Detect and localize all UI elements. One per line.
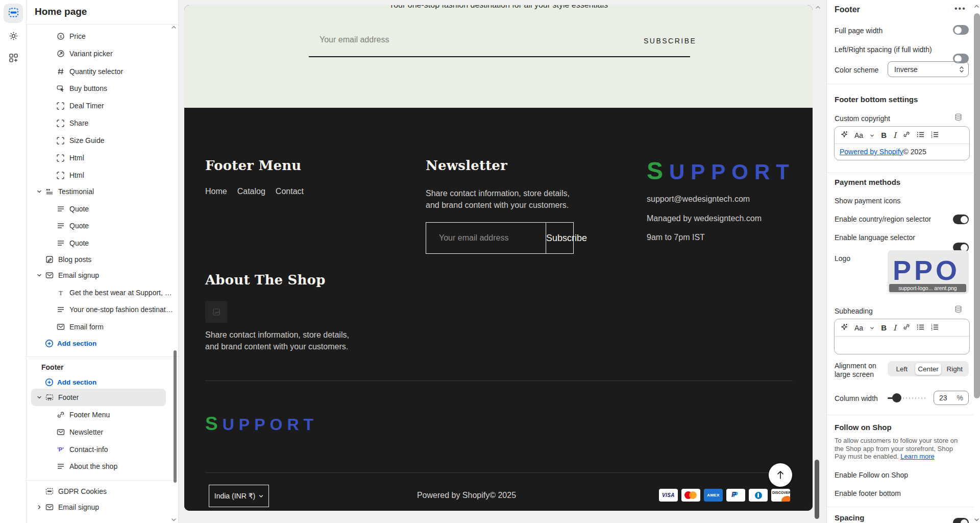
sidebar-item-email-form[interactable]: Email form <box>26 318 173 336</box>
sidebar-item-buy-buttons[interactable]: Buy buttons <box>26 80 173 97</box>
align-left-button[interactable]: Left <box>889 363 915 375</box>
panel-scroll-up-icon[interactable] <box>974 2 979 11</box>
sidebar-item-size-guide[interactable]: Size Guide <box>26 132 173 149</box>
panel-scroll-down-icon[interactable] <box>974 515 979 523</box>
more-options-button[interactable]: ••• <box>954 4 966 13</box>
link-icon[interactable] <box>903 131 910 140</box>
magic-icon[interactable] <box>841 131 848 140</box>
sidebar-item-footer-menu[interactable]: Footer Menu <box>26 406 173 423</box>
sidebar-item-subtext[interactable]: Your one-stop fashion destinati... <box>26 301 173 318</box>
sidebar-item-footer[interactable]: Footer <box>31 389 166 406</box>
text-style-button[interactable]: Aa <box>854 324 863 332</box>
add-section-button[interactable]: Add section <box>26 373 173 391</box>
sidebar-item-price[interactable]: $ Price <box>26 28 173 45</box>
footer-link-home[interactable]: Home <box>205 187 227 196</box>
sidebar-scrollbar-thumb[interactable] <box>174 350 177 483</box>
divider <box>827 415 973 415</box>
dynamic-source-icon[interactable] <box>954 113 962 123</box>
contact-email: support@wedesigntech.com <box>647 195 750 204</box>
sidebar-item-contact-info[interactable]: 'P' Contact-info <box>26 441 173 458</box>
powered-by-shopify-link[interactable]: Powered by Shopify <box>840 148 903 156</box>
bold-button[interactable]: B <box>881 323 887 332</box>
sidebar-item-label: Quantity selector <box>69 67 123 76</box>
sections-tab-button[interactable] <box>4 4 23 23</box>
bullet-list-icon[interactable] <box>917 323 924 332</box>
sidebar-item-quantity-selector[interactable]: Quantity selector <box>26 63 173 80</box>
chevron-down-icon[interactable] <box>36 395 43 400</box>
column-width-input[interactable]: 23 % <box>934 391 969 405</box>
numbered-list-icon[interactable]: 123 <box>931 323 939 332</box>
divider <box>827 84 973 84</box>
learn-more-link[interactable]: Learn more <box>900 453 934 460</box>
link-icon[interactable] <box>903 323 910 332</box>
apps-button[interactable] <box>4 49 23 68</box>
sidebar-item-deal-timer[interactable]: Deal Timer <box>26 97 173 114</box>
sidebar-item-gdpr-cookies[interactable]: GDPR Cookies <box>26 483 173 500</box>
footer-subscribe-button[interactable]: Subscribe <box>546 223 587 253</box>
preview-scrollbar-thumb[interactable] <box>815 460 819 519</box>
newsletter-email-input[interactable] <box>318 35 514 45</box>
enable-follow-toggle[interactable] <box>953 518 969 523</box>
align-center-button[interactable]: Center <box>915 363 942 375</box>
sidebar-item-testimonial[interactable]: Testimonial <box>26 183 173 200</box>
section-icon <box>45 487 54 496</box>
scroll-down-icon[interactable] <box>171 515 177 523</box>
preview-scroll-up-icon[interactable] <box>815 3 821 12</box>
color-scheme-select[interactable]: Inverse <box>888 61 969 77</box>
chevron-down-icon[interactable] <box>870 131 874 140</box>
italic-button[interactable]: I <box>893 131 896 140</box>
chevron-down-icon[interactable] <box>870 323 874 332</box>
sidebar-item-variant-picker[interactable]: Variant picker <box>26 45 173 62</box>
footer-email-input[interactable] <box>426 223 546 253</box>
subheading-editor-content[interactable] <box>835 337 969 344</box>
sidebar-item-label: Get the best wear at Support, th... <box>69 289 173 297</box>
subscribe-button[interactable]: SUBSCRIBE <box>644 37 696 45</box>
sidebar-item-quote[interactable]: Quote <box>26 234 173 252</box>
chevron-down-icon[interactable] <box>36 273 43 278</box>
contact-hours: 9am to 7pm IST <box>647 233 705 242</box>
sidebar-item-label: Footer <box>58 393 79 401</box>
alignment-segmented-control: Left Center Right <box>888 361 969 376</box>
sidebar-item-blog-posts[interactable]: Blog posts <box>26 251 173 268</box>
bold-button[interactable]: B <box>881 131 887 139</box>
sidebar-item-quote[interactable]: Quote <box>26 200 173 218</box>
copyright-richtext-editor[interactable]: Aa B I 123 Powered by Shopify© 2025 <box>834 126 970 160</box>
sidebar-item-share[interactable]: Share <box>26 114 173 132</box>
align-right-button[interactable]: Right <box>941 363 968 375</box>
theme-settings-button[interactable] <box>4 27 23 46</box>
text-style-button[interactable]: Aa <box>854 131 863 139</box>
chevron-right-icon[interactable] <box>36 505 43 510</box>
footer-link-contact[interactable]: Contact <box>276 187 304 196</box>
numbered-list-icon[interactable]: 123 <box>931 131 939 140</box>
bullet-list-icon[interactable] <box>917 131 924 140</box>
sidebar-item-html[interactable]: Html <box>26 167 173 184</box>
magic-icon[interactable] <box>841 323 848 332</box>
copyright-editor-content[interactable]: Powered by Shopify© 2025 <box>835 144 969 159</box>
panel-scrollbar-thumb[interactable] <box>974 13 980 398</box>
sidebar-item-about-the-shop[interactable]: About the shop <box>26 458 173 475</box>
scroll-to-top-button[interactable] <box>769 463 792 487</box>
sidebar-item-email-signup[interactable]: Email signup <box>26 267 173 284</box>
full-page-width-toggle[interactable] <box>953 25 969 35</box>
full-page-width-label: Full page width <box>835 27 883 35</box>
sidebar-item-html[interactable]: Html <box>26 149 173 167</box>
show-payment-icons-toggle[interactable] <box>953 215 969 224</box>
app-block-icon <box>56 102 65 110</box>
plus-circle-icon <box>45 378 54 387</box>
logo-thumbnail[interactable]: PPO support-logo... arent.png <box>888 250 969 294</box>
svg-text:3: 3 <box>931 136 933 138</box>
sidebar-item-label: Newsletter <box>69 428 103 436</box>
subheading-richtext-editor[interactable]: Aa B I 123 <box>834 319 970 354</box>
text-lines-icon <box>56 239 65 248</box>
dynamic-source-icon[interactable] <box>954 305 962 315</box>
sidebar-item-quote[interactable]: Quote <box>26 217 173 234</box>
sidebar-item-heading-text[interactable]: T Get the best wear at Support, th... <box>26 284 173 301</box>
sidebar-item-newsletter[interactable]: Newsletter <box>26 423 173 441</box>
sidebar-item-email-signup-2[interactable]: Email signup <box>26 498 173 516</box>
country-region-selector[interactable]: India (INR ₹) <box>209 485 269 507</box>
column-width-slider-knob[interactable] <box>892 393 901 402</box>
add-section-button[interactable]: Add section <box>26 335 173 352</box>
footer-link-catalog[interactable]: Catalog <box>237 187 265 196</box>
italic-button[interactable]: I <box>893 323 896 332</box>
chevron-down-icon[interactable] <box>36 189 43 194</box>
